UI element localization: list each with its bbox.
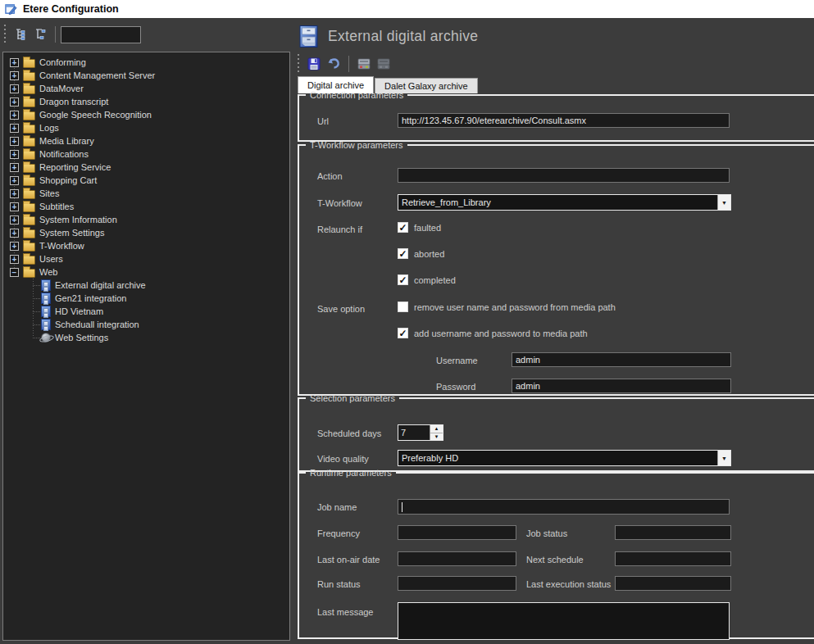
tree-item-label: Gen21 integration [55,293,126,303]
last-execution-status-input[interactable] [615,576,731,591]
folder-icon [23,190,35,199]
tree-item-media-library[interactable]: +Media Library [3,134,289,147]
expand-icon[interactable]: + [10,137,19,146]
checkbox-label: faulted [414,223,441,233]
run-status-label: Run status [317,579,361,589]
tree-item-system-information[interactable]: +System Information [3,213,289,226]
expand-icon[interactable]: + [10,124,19,133]
save-option-remove-credentials[interactable]: remove user name and password from media… [398,302,616,312]
expand-icon[interactable]: + [10,229,19,238]
next-schedule-input[interactable] [615,551,731,566]
save-option-add-credentials[interactable]: ✓ add username and password to media pat… [398,328,588,338]
tree-item-web[interactable]: −Web [3,265,289,279]
expand-icon[interactable]: + [10,242,19,251]
tree-item-external-digital-archive[interactable]: External digital archive [3,279,289,292]
archive-cabinet-icon [41,279,51,291]
last-message-textarea[interactable] [398,602,730,640]
collapse-icon[interactable]: − [10,268,19,277]
spin-down-icon[interactable]: ▼ [430,433,443,441]
tree-item-dragon-transcript[interactable]: +Dragon transcript [3,95,289,108]
tree-item-logs[interactable]: +Logs [3,121,289,134]
expand-all-icon [14,28,28,42]
username-input[interactable] [512,352,731,367]
tree-item-label: Media Library [39,136,94,146]
relaunch-faulted-option[interactable]: ✓ faulted [398,222,441,233]
expand-icon[interactable]: + [10,150,19,159]
export-button[interactable] [354,54,374,74]
tree-item-reporting-service[interactable]: +Reporting Service [3,161,289,174]
job-status-input[interactable] [615,525,731,540]
checkbox-add-credentials[interactable]: ✓ [398,328,408,338]
expand-icon[interactable]: + [10,255,19,264]
relaunch-completed-option[interactable]: ✓ completed [398,274,456,285]
tree-item-shopping-cart[interactable]: +Shopping Cart [3,174,289,187]
frequency-input[interactable] [398,525,516,540]
expand-icon[interactable]: + [10,163,19,172]
scheduled-days-input[interactable] [398,425,430,440]
chevron-down-icon[interactable]: ▼ [717,195,730,210]
tworkflow-select[interactable]: Retrieve_from_Library ▼ [398,194,731,211]
expand-icon[interactable]: + [10,111,19,120]
expand-all-button[interactable] [11,25,30,44]
folder-icon [23,269,35,278]
tree-item-datamover[interactable]: +DataMover [3,82,289,95]
tree-item-google-speech-recognition[interactable]: +Google Speech Recognition [3,108,289,121]
video-quality-select[interactable]: Preferably HD ▼ [398,450,731,466]
globe-icon [41,333,51,342]
tree-item-conforming[interactable]: +Conforming [3,56,289,69]
checkbox-remove-credentials[interactable] [398,302,408,312]
tree-item-scheduall-integration[interactable]: Scheduall integration [3,318,289,331]
url-input[interactable] [398,113,730,128]
tree-item-gen21-integration[interactable]: Gen21 integration [3,292,289,305]
spin-up-icon[interactable]: ▲ [430,425,443,433]
tree-item-sites[interactable]: +Sites [3,187,289,200]
folder-icon [23,256,35,265]
expand-icon[interactable]: + [10,189,19,198]
run-status-input[interactable] [398,576,516,591]
expand-icon[interactable]: + [10,98,19,107]
folder-icon [23,138,35,147]
tree-item-notifications[interactable]: +Notifications [3,147,289,161]
expand-icon[interactable]: + [10,215,19,224]
expand-icon[interactable]: + [10,202,19,211]
group-legend: T-Workflow parameters [306,140,407,150]
tree-item-content-management-server[interactable]: +Content Management Server [3,69,289,82]
last-onair-date-input[interactable] [398,551,516,566]
group-legend: Runtime parameters [306,468,396,478]
save-icon [307,57,321,71]
expand-icon[interactable]: + [10,71,19,80]
save-button[interactable] [304,54,324,74]
folder-icon [23,243,35,252]
relaunch-if-label: Relaunch if [317,224,362,234]
expand-icon[interactable]: + [10,176,19,185]
save-option-label: Save option [317,304,365,314]
collapse-all-icon [34,28,48,42]
tree-item-t-workflow[interactable]: +T-Workflow [3,239,289,252]
tree-item-hd-vietnam[interactable]: HD Vietnam [3,305,289,318]
checkbox-completed[interactable]: ✓ [398,274,408,285]
collapse-all-button[interactable] [30,25,50,44]
tree-filter-input[interactable] [61,26,141,43]
action-input[interactable] [398,168,730,183]
page-title: External digital archive [328,28,478,45]
expand-icon[interactable]: + [10,58,19,67]
checkbox-faulted[interactable]: ✓ [398,222,408,233]
password-input[interactable] [512,379,731,393]
chevron-down-icon[interactable]: ▼ [717,451,730,465]
tree-item-label: Reporting Service [39,162,111,172]
export-disabled-icon [376,57,391,70]
relaunch-aborted-option[interactable]: ✓ aborted [398,248,444,259]
tree-item-system-settings[interactable]: +System Settings [3,226,289,239]
job-name-input[interactable] [398,499,730,515]
undo-button[interactable] [324,54,343,74]
expand-icon[interactable]: + [10,84,19,93]
scheduled-days-stepper[interactable]: ▲ ▼ [398,424,443,441]
toolbar-separator [55,26,56,43]
checkbox-aborted[interactable]: ✓ [398,248,408,259]
tree-item-subtitles[interactable]: +Subtitles [3,200,289,213]
tree-item-web-settings[interactable]: Web Settings [3,331,289,344]
next-schedule-label: Next schedule [526,555,584,565]
tree-item-users[interactable]: +Users [3,252,289,265]
toolbar-grip[interactable] [3,25,7,44]
toolbar-grip[interactable] [297,54,300,74]
